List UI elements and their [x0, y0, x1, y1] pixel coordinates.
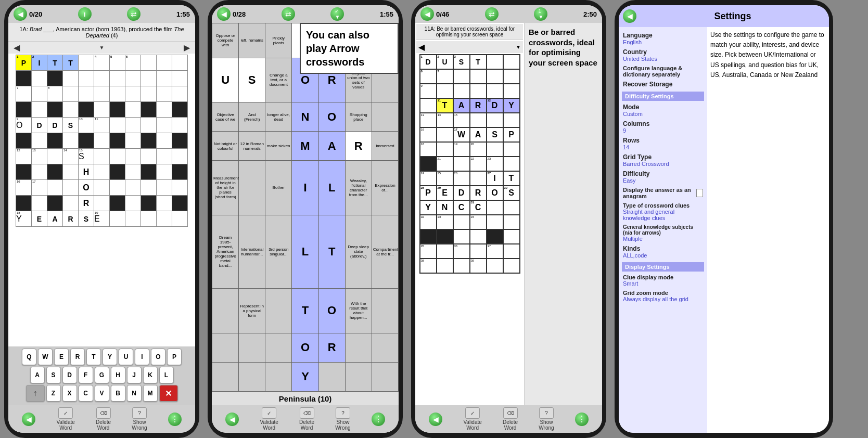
- cell[interactable]: 19E: [94, 211, 110, 227]
- mode-value[interactable]: Custom: [623, 111, 703, 117]
- arrow-cell-highlighted[interactable]: O: [318, 102, 345, 132]
- cell[interactable]: [157, 180, 172, 196]
- clue-display-value[interactable]: Smart: [623, 280, 703, 287]
- arrow-cell-highlighted[interactable]: A: [318, 132, 345, 161]
- phone3-validate-btn[interactable]: ✓ Validate Word: [463, 407, 481, 431]
- barred-cell[interactable]: 38: [420, 259, 437, 273]
- cell[interactable]: [141, 196, 157, 211]
- cell[interactable]: D: [47, 118, 63, 133]
- cell[interactable]: S: [63, 118, 79, 133]
- cell[interactable]: [172, 133, 188, 149]
- cell[interactable]: [172, 118, 188, 133]
- barred-cell[interactable]: 6: [420, 69, 437, 84]
- gridtype-value[interactable]: Barred Crossword: [623, 161, 703, 167]
- barred-cell[interactable]: [487, 113, 503, 127]
- cell[interactable]: [125, 118, 141, 133]
- cell[interactable]: [110, 180, 125, 196]
- cell[interactable]: [172, 196, 188, 211]
- barred-cell[interactable]: 30S: [503, 186, 520, 200]
- arrow-cell-highlighted[interactable]: N: [292, 102, 318, 132]
- phone2-sync[interactable]: ⇄: [282, 7, 295, 21]
- cell[interactable]: [125, 149, 141, 164]
- barred-cell[interactable]: Y: [420, 200, 437, 215]
- cell[interactable]: [16, 102, 32, 118]
- cell[interactable]: [141, 180, 157, 196]
- barred-cell[interactable]: [487, 69, 503, 84]
- anagram-checkbox[interactable]: [696, 189, 703, 197]
- phone2-validate-btn[interactable]: ✓ Validate Word: [260, 407, 278, 431]
- barred-cell[interactable]: 37: [487, 244, 503, 259]
- barred-cell[interactable]: R: [470, 186, 487, 200]
- cell[interactable]: [47, 180, 63, 196]
- show-wrong-btn[interactable]: ? Show Wrong: [132, 407, 147, 431]
- cell[interactable]: [94, 86, 110, 102]
- configure-setting[interactable]: Configure language & dictionary separate…: [622, 63, 704, 79]
- barred-cell[interactable]: 39: [470, 259, 487, 273]
- barred-cell[interactable]: [437, 244, 453, 259]
- barred-cell[interactable]: [503, 200, 520, 215]
- barred-cell[interactable]: 22: [470, 157, 487, 171]
- phone3-wrong-btn[interactable]: ? Show Wrong: [539, 407, 554, 431]
- cell[interactable]: [110, 71, 125, 86]
- cell[interactable]: [172, 55, 188, 71]
- phone1-menu-bottom[interactable]: ⋮: [168, 413, 182, 426]
- cell[interactable]: [63, 86, 79, 102]
- cell[interactable]: [172, 149, 188, 164]
- barred-cell[interactable]: 15: [453, 113, 470, 127]
- barred-cell[interactable]: 7: [437, 69, 453, 84]
- barred-cell[interactable]: [487, 215, 503, 229]
- cell[interactable]: D: [32, 118, 47, 133]
- barred-cell[interactable]: 34: [470, 215, 487, 229]
- cell[interactable]: [125, 211, 141, 227]
- cell[interactable]: [94, 71, 110, 86]
- barred-cell[interactable]: [503, 229, 520, 244]
- arrow-cell-highlighted[interactable]: L: [318, 161, 345, 215]
- key-Z[interactable]: Z: [46, 385, 61, 402]
- arrow-cell-highlighted[interactable]: R: [318, 333, 345, 362]
- barred-cell[interactable]: [487, 200, 503, 215]
- barred-cell[interactable]: 21: [437, 157, 453, 171]
- cell[interactable]: [110, 211, 125, 227]
- barred-cell[interactable]: [470, 84, 487, 98]
- arrow-cell-letter[interactable]: S: [239, 58, 265, 102]
- barred-cell[interactable]: [503, 113, 520, 127]
- arrow-cell-highlighted[interactable]: I: [292, 161, 318, 215]
- key-F[interactable]: F: [79, 367, 93, 383]
- cell[interactable]: [94, 133, 110, 149]
- cell[interactable]: 9O: [16, 118, 32, 133]
- cell[interactable]: 14: [63, 149, 79, 164]
- arrow-cell-highlighted[interactable]: L: [292, 215, 318, 289]
- cell[interactable]: [172, 102, 188, 118]
- cell[interactable]: [110, 133, 125, 149]
- key-L[interactable]: L: [159, 367, 174, 383]
- arrow-cell-highlighted[interactable]: O: [318, 289, 345, 333]
- cell[interactable]: 7: [16, 86, 32, 102]
- cell[interactable]: [125, 133, 141, 149]
- cell[interactable]: [141, 102, 157, 118]
- key-Q[interactable]: Q: [22, 349, 36, 365]
- barred-cell[interactable]: [453, 69, 470, 84]
- cell[interactable]: [141, 55, 157, 71]
- cell[interactable]: [141, 133, 157, 149]
- barred-cell[interactable]: 32: [420, 215, 437, 229]
- barred-cell[interactable]: N: [437, 200, 453, 215]
- arrow-cell-letter[interactable]: U: [212, 58, 239, 102]
- phone3-sync[interactable]: ⇄: [485, 7, 499, 21]
- cell[interactable]: [157, 86, 172, 102]
- barred-cell[interactable]: [470, 229, 487, 244]
- barred-cell[interactable]: 13: [420, 113, 437, 127]
- barred-cell[interactable]: T: [503, 171, 520, 186]
- cell[interactable]: [172, 86, 188, 102]
- cell[interactable]: 13: [32, 149, 47, 164]
- cell[interactable]: [47, 149, 63, 164]
- cell[interactable]: T: [63, 55, 79, 71]
- barred-cell[interactable]: [503, 244, 520, 259]
- cell[interactable]: [157, 211, 172, 227]
- barred-cell[interactable]: 20: [470, 142, 487, 157]
- barred-cell[interactable]: [453, 259, 470, 273]
- key-H[interactable]: H: [111, 367, 125, 383]
- cell[interactable]: [47, 102, 63, 118]
- barred-cell[interactable]: [437, 127, 453, 142]
- validate-word-btn[interactable]: ✓ Validate Word: [56, 407, 74, 431]
- cell[interactable]: [63, 71, 79, 86]
